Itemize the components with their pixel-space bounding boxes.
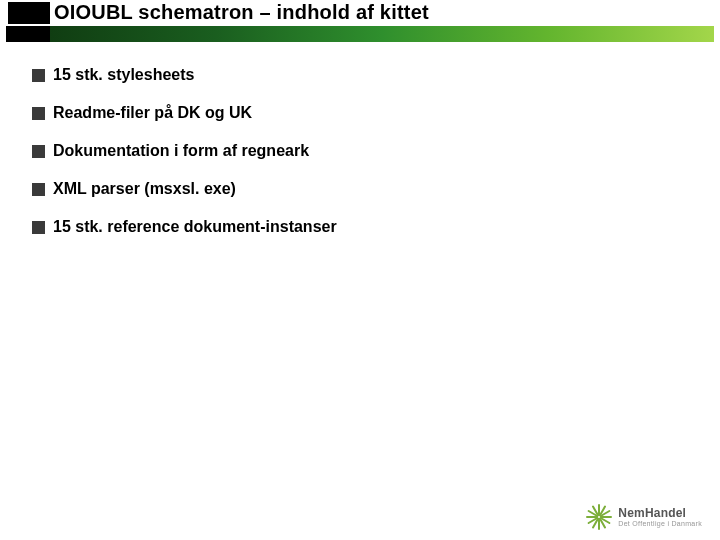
list-item: 15 stk. stylesheets (32, 66, 688, 84)
slide-title: OIOUBL schematron – indhold af kittet (54, 1, 429, 24)
bullet-icon (32, 145, 45, 158)
logo-subtext: Det Offentlige i Danmark (618, 520, 702, 527)
slide: OIOUBL schematron – indhold af kittet 15… (0, 0, 720, 540)
logo-burst-icon (586, 504, 612, 530)
list-item-label: 15 stk. stylesheets (53, 66, 194, 84)
bullet-icon (32, 183, 45, 196)
list-item: XML parser (msxsl. exe) (32, 180, 688, 198)
footer-logo: NemHandel Det Offentlige i Danmark (586, 504, 702, 530)
header: OIOUBL schematron – indhold af kittet (0, 0, 720, 44)
bullet-icon (32, 107, 45, 120)
logo-name: NemHandel (618, 507, 702, 519)
bullet-icon (32, 69, 45, 82)
list-item-label: 15 stk. reference dokument-instanser (53, 218, 337, 236)
header-strip (6, 26, 714, 42)
header-strip-gradient (50, 26, 714, 42)
list-item-label: Dokumentation i form af regneark (53, 142, 309, 160)
list-item: Dokumentation i form af regneark (32, 142, 688, 160)
logo-text: NemHandel Det Offentlige i Danmark (618, 507, 702, 527)
list-item: Readme-filer på DK og UK (32, 104, 688, 122)
header-strip-left (6, 26, 50, 42)
list-item-label: XML parser (msxsl. exe) (53, 180, 236, 198)
content-area: 15 stk. stylesheets Readme-filer på DK o… (32, 66, 688, 256)
list-item: 15 stk. reference dokument-instanser (32, 218, 688, 236)
list-item-label: Readme-filer på DK og UK (53, 104, 252, 122)
bullet-icon (32, 221, 45, 234)
header-black-box (8, 2, 50, 24)
